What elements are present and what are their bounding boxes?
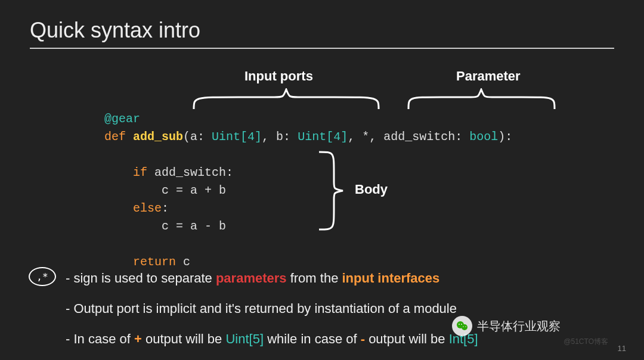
wechat-icon (452, 316, 472, 336)
body-sub: c = a - b (104, 219, 226, 233)
svg-point-5 (465, 326, 466, 327)
fn-name: add_sub (133, 130, 183, 144)
param-switch: add_switch: (383, 130, 469, 144)
if-cond: add_switch: (147, 166, 233, 179)
paren-close: ): (498, 130, 512, 144)
svg-point-2 (459, 324, 460, 325)
wechat-badge: 半导体行业观察 (452, 316, 561, 336)
watermark: @51CTO博客 (564, 337, 608, 347)
star-marker: ,* (29, 267, 56, 286)
paren-open: ( (183, 130, 190, 144)
bullet-list: - sign is used to separate parameters fr… (66, 268, 620, 359)
param-a: a: (190, 130, 212, 144)
page-number: 11 (618, 344, 626, 353)
brace-parameter (405, 88, 558, 112)
kw-else: else (133, 201, 162, 215)
return-val: c (176, 255, 190, 269)
type-bool: bool (469, 130, 498, 144)
star-sep: , *, (348, 130, 383, 144)
label-body: Body (355, 182, 388, 197)
body-add: c = a + b (104, 184, 226, 197)
else-colon: : (162, 201, 169, 215)
label-input-ports: Input ports (244, 69, 313, 84)
divider (30, 48, 614, 49)
minus-sign: - (361, 331, 365, 346)
kw-def: def (104, 130, 126, 144)
svg-point-4 (463, 326, 464, 327)
brace-input-ports (191, 88, 382, 112)
code-block: @gear def add_sub(a: Uint[4], b: Uint[4]… (104, 110, 512, 271)
slide-title: Quick syntax intro (30, 18, 614, 43)
word-input-interfaces: input interfaces (342, 271, 439, 285)
label-parameter: Parameter (456, 69, 521, 84)
comma1: , (262, 130, 276, 144)
svg-point-3 (461, 324, 462, 325)
word-parameters: parameters (216, 271, 287, 285)
bullet-1: - sign is used to separate parameters fr… (66, 268, 620, 288)
brace-body (316, 149, 346, 232)
wechat-text: 半导体行业观察 (477, 318, 561, 334)
slide: Quick syntax intro Input ports Parameter… (0, 0, 644, 360)
decorator: @gear (104, 112, 140, 126)
param-b: b: (276, 130, 298, 144)
svg-point-1 (462, 324, 467, 330)
star-text: ,* (36, 271, 48, 283)
type-uint5: Uint[5] (225, 331, 264, 346)
kw-return: return (133, 255, 176, 269)
type-uint4-b: Uint[4] (298, 130, 348, 144)
plus-sign: + (134, 331, 142, 346)
kw-if: if (133, 166, 147, 179)
type-uint4-a: Uint[4] (212, 130, 262, 144)
